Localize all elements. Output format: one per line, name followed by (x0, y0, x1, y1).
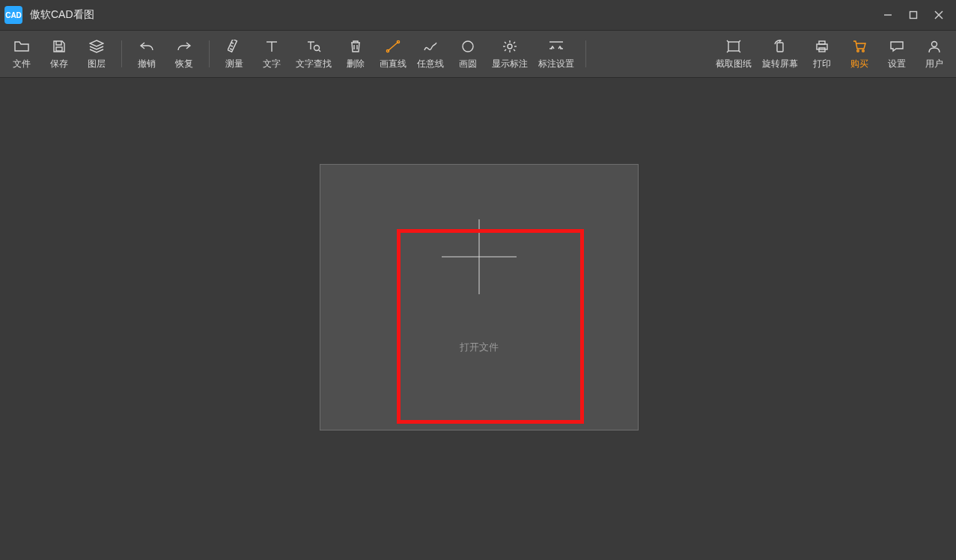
find-text-label: 文字查找 (296, 58, 332, 70)
show-annotation-button[interactable]: 显示标注 (487, 34, 533, 74)
maximize-icon (909, 10, 918, 19)
svg-line-6 (231, 43, 234, 43)
measure-button[interactable]: 测量 (216, 34, 253, 74)
undo-button[interactable]: 撤销 (128, 34, 165, 74)
draw-circle-button[interactable]: 画圆 (449, 34, 487, 74)
svg-line-14 (319, 50, 320, 52)
svg-rect-34 (777, 43, 783, 52)
find-text-button[interactable]: 文字查找 (290, 34, 337, 74)
show-annotation-icon (502, 40, 518, 53)
text-button[interactable]: 文字 (253, 34, 290, 74)
draw-line-label: 画直线 (380, 58, 407, 70)
line-icon (386, 40, 401, 53)
print-label: 打印 (813, 58, 831, 70)
measure-label: 测量 (225, 58, 243, 70)
toolbar-separator (121, 40, 122, 67)
svg-rect-33 (728, 42, 739, 51)
main-toolbar: 文件 保存 图层 撤销 恢复 测量 文字 文字查找 删除 画直线 任 (0, 31, 956, 78)
workspace: 打开文件 (0, 78, 956, 560)
toolbar-separator (585, 40, 586, 67)
svg-line-29 (505, 49, 506, 51)
rotate-screen-button[interactable]: 旋转屏幕 (757, 34, 803, 74)
svg-rect-1 (910, 12, 917, 19)
svg-point-13 (314, 45, 320, 50)
open-file-label: 打开文件 (460, 341, 499, 354)
layers-button[interactable]: 图层 (78, 34, 115, 74)
undo-icon (139, 40, 154, 52)
draw-polyline-button[interactable]: 任意线 (412, 34, 449, 74)
svg-line-28 (514, 42, 515, 43)
svg-point-40 (932, 41, 937, 46)
svg-rect-35 (817, 44, 827, 49)
delete-label: 删除 (347, 58, 365, 70)
svg-line-26 (505, 42, 506, 43)
settings-label: 设置 (888, 58, 906, 70)
polyline-icon (423, 40, 438, 53)
rotate-screen-label: 旋转屏幕 (762, 58, 798, 70)
layers-label: 图层 (88, 58, 106, 70)
chat-settings-icon (889, 40, 904, 53)
svg-point-38 (857, 49, 859, 52)
cart-icon (852, 40, 867, 53)
annotation-settings-label: 标注设置 (538, 58, 574, 70)
open-file-card[interactable]: 打开文件 (320, 164, 639, 430)
svg-rect-4 (56, 47, 62, 51)
file-label: 文件 (13, 58, 31, 70)
ruler-icon (228, 40, 241, 53)
buy-button[interactable]: 购买 (841, 34, 878, 74)
save-icon (52, 40, 66, 53)
svg-line-8 (230, 49, 232, 49)
app-title: 傲软CAD看图 (30, 8, 94, 22)
cad-app-icon: CAD (4, 6, 22, 24)
find-text-icon (306, 40, 321, 53)
svg-point-39 (862, 49, 865, 52)
plus-icon (442, 219, 517, 294)
title-bar: CAD 傲软CAD看图 (0, 0, 956, 31)
capture-button[interactable]: 截取图纸 (710, 34, 757, 74)
file-button[interactable]: 文件 (3, 34, 40, 74)
capture-icon (726, 40, 741, 53)
undo-label: 撤销 (138, 58, 156, 70)
show-annotation-label: 显示标注 (492, 58, 528, 70)
text-icon (265, 40, 278, 53)
svg-line-7 (231, 46, 233, 46)
save-button[interactable]: 保存 (40, 34, 78, 74)
rotate-screen-icon (773, 40, 788, 53)
redo-label: 恢复 (175, 58, 193, 70)
svg-line-27 (514, 49, 515, 51)
circle-icon (461, 40, 475, 53)
maximize-button[interactable] (901, 0, 926, 30)
close-button[interactable] (926, 0, 952, 30)
minimize-button[interactable] (875, 0, 901, 30)
svg-rect-36 (819, 41, 825, 44)
draw-circle-label: 画圆 (459, 58, 477, 70)
print-button[interactable]: 打印 (803, 34, 841, 74)
redo-icon (177, 40, 192, 52)
delete-button[interactable]: 删除 (337, 34, 374, 74)
svg-point-20 (463, 41, 473, 52)
text-label: 文字 (263, 58, 281, 70)
buy-label: 购买 (850, 58, 868, 70)
user-icon (928, 40, 941, 53)
folder-icon (14, 40, 29, 53)
redo-button[interactable]: 恢复 (165, 34, 203, 74)
user-label: 用户 (925, 58, 943, 70)
user-button[interactable]: 用户 (916, 34, 953, 74)
draw-line-button[interactable]: 画直线 (374, 34, 412, 74)
layers-icon (89, 40, 104, 53)
trash-icon (350, 40, 362, 53)
svg-point-21 (508, 44, 512, 49)
annotation-settings-button[interactable]: 标注设置 (533, 34, 579, 74)
capture-label: 截取图纸 (716, 58, 752, 70)
svg-line-17 (388, 42, 398, 51)
close-icon (934, 10, 943, 19)
printer-icon (815, 40, 829, 53)
settings-button[interactable]: 设置 (878, 34, 916, 74)
toolbar-separator (209, 40, 210, 67)
save-label: 保存 (50, 58, 68, 70)
annotation-settings-icon (548, 40, 564, 53)
minimize-icon (883, 10, 892, 19)
app-icon-text: CAD (5, 11, 22, 19)
draw-polyline-label: 任意线 (417, 58, 444, 70)
